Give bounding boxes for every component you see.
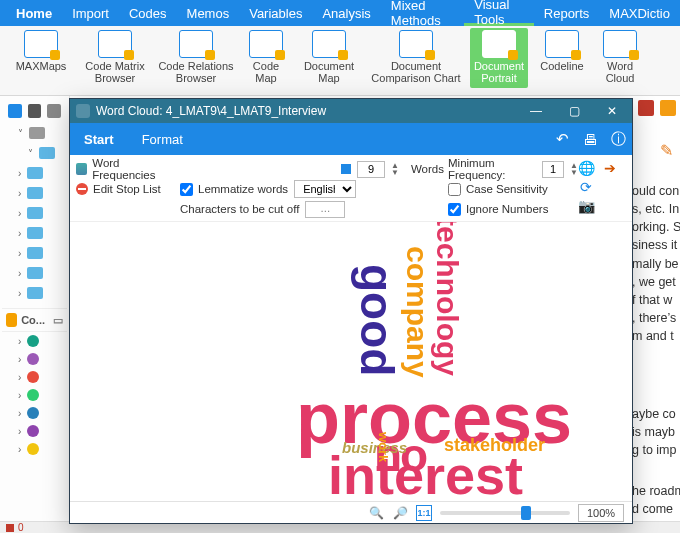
ribbon-label: Document Portrait	[474, 60, 524, 84]
tree-item[interactable]: ˅	[2, 124, 67, 142]
edit-stoplist-label: Edit Stop List	[93, 183, 161, 195]
ribbon-label: Code Map	[253, 60, 279, 84]
code-item[interactable]: ›	[2, 350, 67, 368]
ribbon-label: MAXMaps	[16, 60, 67, 72]
ignore-numbers-checkbox[interactable]: Ignore Numbers	[448, 203, 548, 216]
menu-tab-home[interactable]: Home	[6, 0, 62, 26]
ignore-numbers-label: Ignore Numbers	[466, 203, 548, 215]
code-item[interactable]: ›	[2, 386, 67, 404]
wc-word-stakeholder[interactable]: stakeholder	[444, 436, 545, 454]
menu-tab-visual-tools[interactable]: Visual Tools	[464, 0, 534, 26]
wc-word-company[interactable]: company	[402, 246, 432, 378]
ribbon-document-portrait[interactable]: Document Portrait	[470, 28, 528, 88]
ribbon-codeline[interactable]: Codeline	[536, 28, 588, 72]
tree-item[interactable]: ›	[2, 264, 67, 282]
zoom-thumb[interactable]	[521, 506, 531, 520]
print-icon[interactable]: 🖶	[576, 123, 604, 155]
code-item[interactable]: ›	[2, 440, 67, 458]
zoom-in-icon[interactable]: 🔎	[392, 505, 408, 521]
tab-format[interactable]: Format	[128, 123, 197, 155]
info-icon[interactable]: ⓘ	[604, 123, 632, 155]
wc-word-good[interactable]: good	[354, 264, 400, 376]
codes-panel-header[interactable]: Co...▭	[2, 308, 67, 332]
min-freq-input[interactable]	[542, 161, 564, 178]
edit-stoplist-button[interactable]: Edit Stop List	[76, 179, 180, 199]
tree-item[interactable]: ›	[2, 164, 67, 182]
sidebar-toolbar	[2, 100, 67, 122]
word-cloud-window: Word Cloud: 4_LMAT9\4_LMAT9_Interview — …	[69, 98, 633, 524]
tree-item[interactable]: ˅	[2, 144, 67, 162]
tree-item[interactable]: ›	[2, 284, 67, 302]
case-sensitivity-checkbox[interactable]: Case Sensitivity	[448, 183, 548, 196]
wc-word-technology[interactable]: technology	[432, 222, 462, 376]
menu-tab-import[interactable]: Import	[62, 0, 119, 26]
ribbon-label: Word Cloud	[606, 60, 635, 84]
refresh-icon[interactable]: ⟳	[578, 179, 594, 195]
wc-word-work[interactable]: work	[377, 432, 390, 462]
ribbon-code-relations-browser[interactable]: Code Relations Browser	[156, 28, 236, 84]
undo-icon[interactable]: ↶	[548, 123, 576, 155]
menu-tab-codes[interactable]: Codes	[119, 0, 177, 26]
lemmatize-checkbox[interactable]: Lemmatize words	[180, 183, 288, 196]
word-cloud-canvas[interactable]: processinterestnogoodtechnologycompanyst…	[70, 222, 632, 501]
tree-item[interactable]: ›	[2, 224, 67, 242]
language-select[interactable]: English	[294, 180, 356, 198]
window-titlebar[interactable]: Word Cloud: 4_LMAT9\4_LMAT9_Interview — …	[70, 99, 632, 123]
menu-tab-memos[interactable]: Memos	[177, 0, 240, 26]
word-frequencies-label: Word Frequencies	[92, 157, 180, 181]
ribbon-word-cloud[interactable]: Word Cloud	[596, 28, 644, 84]
window-tabbar: Start Format ↶ 🖶 ⓘ	[70, 123, 632, 155]
main-menu: Home Import Codes Memos Variables Analys…	[0, 0, 680, 26]
font-size-input[interactable]	[357, 161, 385, 178]
close-button[interactable]: ✕	[596, 99, 628, 123]
minus-icon	[76, 183, 88, 195]
tool-icon[interactable]	[660, 100, 676, 116]
ribbon-maxmaps[interactable]: MAXMaps	[8, 28, 74, 72]
menu-tab-mixed-methods[interactable]: Mixed Methods	[381, 0, 464, 26]
export-icon[interactable]: ➔	[602, 160, 618, 176]
camera-icon[interactable]: 📷	[578, 198, 594, 214]
ribbon-label: Code Relations Browser	[158, 60, 233, 84]
fit-icon[interactable]: 1:1	[416, 505, 432, 521]
tree-item[interactable]: ›	[2, 204, 67, 222]
code-item[interactable]: ›	[2, 422, 67, 440]
word-frequencies-button[interactable]: Word Frequencies	[76, 159, 180, 179]
window-title: Word Cloud: 4_LMAT9\4_LMAT9_Interview	[96, 104, 326, 118]
code-item[interactable]: ›	[2, 404, 67, 422]
zoom-slider[interactable]	[440, 511, 570, 515]
ribbon-label: Code Matrix Browser	[85, 60, 144, 84]
zoom-bar: 🔍 🔎 1:1 100%	[70, 501, 632, 523]
menu-tab-reports[interactable]: Reports	[534, 0, 600, 26]
menu-tab-variables[interactable]: Variables	[239, 0, 312, 26]
cutoff-input[interactable]: ...	[305, 201, 345, 218]
ribbon-code-matrix-browser[interactable]: Code Matrix Browser	[82, 28, 148, 84]
document-sidebar: ˅ ˅ › › › › › › › Co...▭ › › › › › › ›	[0, 96, 70, 533]
minimize-button[interactable]: —	[520, 99, 552, 123]
ribbon-label: Document Map	[304, 60, 354, 84]
code-item[interactable]: ›	[2, 368, 67, 386]
tab-start[interactable]: Start	[70, 123, 128, 155]
tree-item[interactable]: ›	[2, 184, 67, 202]
tool-icon[interactable]	[638, 100, 654, 116]
globe-icon[interactable]: 🌐	[578, 160, 594, 176]
app-icon	[76, 104, 90, 118]
menu-tab-maxdictio[interactable]: MAXDictio	[599, 0, 680, 26]
color-swatch[interactable]	[341, 164, 351, 174]
maximize-button[interactable]: ▢	[558, 99, 590, 123]
bar-chart-icon	[76, 163, 87, 175]
status-count: 0	[18, 522, 24, 533]
codes-panel-title: Co...	[21, 314, 45, 326]
lemmatize-label: Lemmatize words	[198, 183, 288, 195]
ribbon-code-map[interactable]: Code Map	[244, 28, 288, 84]
wc-word-business[interactable]: business	[342, 440, 407, 455]
code-item[interactable]: ›	[2, 332, 67, 350]
options-bar: Word Frequencies Edit Stop List ▲▼ Words…	[70, 155, 632, 222]
zoom-out-icon[interactable]: 🔍	[368, 505, 384, 521]
case-sensitivity-label: Case Sensitivity	[466, 183, 548, 195]
ribbon-document-map[interactable]: Document Map	[296, 28, 362, 84]
menu-tab-analysis[interactable]: Analysis	[312, 0, 380, 26]
ribbon-label: Document Comparison Chart	[371, 60, 460, 84]
zoom-value[interactable]: 100%	[578, 504, 624, 522]
ribbon-document-comparison-chart[interactable]: Document Comparison Chart	[370, 28, 462, 84]
tree-item[interactable]: ›	[2, 244, 67, 262]
